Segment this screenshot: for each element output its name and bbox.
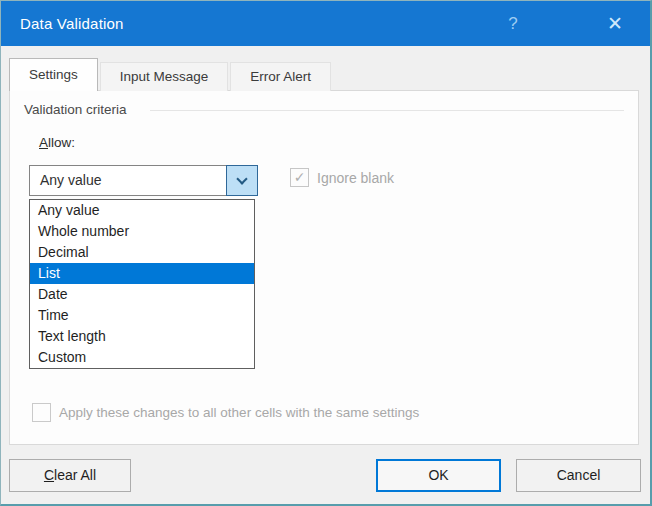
- allow-dropdown-list: Any valueWhole numberDecimalListDateTime…: [29, 199, 255, 369]
- tab-input-message-label: Input Message: [120, 69, 209, 84]
- chevron-down-icon: [236, 173, 247, 184]
- data-validation-dialog: Data Validation ? ✕ Settings Input Messa…: [0, 0, 652, 506]
- ok-button[interactable]: OK: [376, 459, 501, 492]
- allow-combobox-value: Any value: [30, 166, 257, 195]
- clear-all-button[interactable]: Clear All: [9, 459, 131, 492]
- tab-error-alert-label: Error Alert: [250, 69, 311, 84]
- help-icon: ?: [508, 14, 517, 34]
- dropdown-item[interactable]: Text length: [30, 326, 254, 347]
- tab-strip: Settings Input Message Error Alert: [9, 58, 333, 91]
- help-button[interactable]: ?: [488, 1, 538, 46]
- validation-criteria-group-label: Validation criteria: [24, 102, 135, 117]
- close-button[interactable]: ✕: [590, 1, 640, 46]
- tab-input-message[interactable]: Input Message: [100, 62, 229, 91]
- window-title: Data Validation: [20, 1, 124, 46]
- cancel-button[interactable]: Cancel: [516, 459, 641, 492]
- allow-label: Allow:: [39, 135, 75, 150]
- tab-error-alert[interactable]: Error Alert: [230, 62, 331, 91]
- settings-tab-page: Validation criteria Allow: Any value ✓ I…: [9, 90, 639, 445]
- apply-changes-checkbox: [32, 403, 51, 422]
- checkmark-icon: ✓: [294, 169, 306, 185]
- ignore-blank-label: Ignore blank: [317, 170, 394, 186]
- dropdown-item[interactable]: Date: [30, 284, 254, 305]
- dropdown-item[interactable]: Time: [30, 305, 254, 326]
- dropdown-item[interactable]: List: [30, 263, 254, 284]
- dropdown-item[interactable]: Whole number: [30, 221, 254, 242]
- tab-settings[interactable]: Settings: [9, 58, 98, 91]
- group-divider: [150, 110, 624, 111]
- allow-combobox-dropdown-button[interactable]: [226, 165, 258, 196]
- dropdown-item[interactable]: Any value: [30, 200, 254, 221]
- close-icon: ✕: [607, 12, 623, 35]
- apply-changes-label: Apply these changes to all other cells w…: [59, 405, 419, 420]
- dropdown-item[interactable]: Custom: [30, 347, 254, 368]
- allow-combobox[interactable]: Any value: [29, 165, 258, 196]
- tab-settings-label: Settings: [29, 67, 78, 82]
- title-bar: Data Validation ? ✕: [1, 1, 650, 46]
- ignore-blank-checkbox: ✓: [290, 168, 309, 187]
- dropdown-item[interactable]: Decimal: [30, 242, 254, 263]
